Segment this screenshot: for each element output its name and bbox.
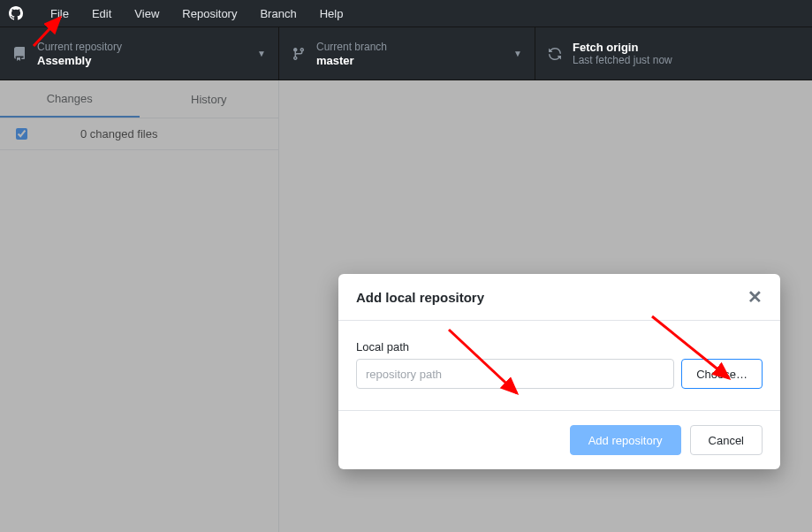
fetch-origin-button[interactable]: Fetch origin Last fetched just now — [535, 27, 812, 80]
toolbar: Current repository Assembly ▼ Current br… — [0, 27, 812, 80]
modal-body: Local path Choose… — [338, 321, 780, 411]
branch-value: master — [316, 54, 508, 67]
add-repository-button[interactable]: Add repository — [570, 425, 681, 455]
menu-help[interactable]: Help — [308, 0, 355, 27]
current-repository-dropdown[interactable]: Current repository Assembly ▼ — [0, 27, 279, 80]
menu-edit[interactable]: Edit — [80, 0, 123, 27]
branch-icon — [292, 47, 306, 61]
chevron-down-icon: ▼ — [257, 49, 266, 58]
menu-view[interactable]: View — [123, 0, 171, 27]
sync-icon — [548, 47, 562, 61]
current-branch-dropdown[interactable]: Current branch master ▼ — [279, 27, 535, 80]
modal-title: Add local repository — [356, 290, 484, 305]
modal-header: Add local repository ✕ — [338, 274, 780, 321]
fetch-sublabel: Last fetched just now — [573, 54, 800, 66]
choose-button[interactable]: Choose… — [681, 359, 763, 389]
branch-label: Current branch — [316, 41, 508, 53]
repo-value: Assembly — [37, 54, 252, 67]
repo-icon — [12, 47, 27, 61]
menu-file[interactable]: File — [39, 0, 80, 27]
menubar: File Edit View Repository Branch Help — [0, 0, 812, 27]
menu-repository[interactable]: Repository — [171, 0, 248, 27]
close-icon[interactable]: ✕ — [747, 288, 763, 306]
cancel-button[interactable]: Cancel — [690, 425, 763, 455]
github-logo-icon — [9, 6, 23, 20]
local-path-label: Local path — [356, 340, 763, 353]
menu-branch[interactable]: Branch — [248, 0, 307, 27]
local-path-input[interactable] — [356, 359, 674, 389]
add-local-repo-modal: Add local repository ✕ Local path Choose… — [338, 274, 780, 469]
chevron-down-icon: ▼ — [513, 49, 522, 58]
modal-footer: Add repository Cancel — [338, 411, 780, 469]
fetch-label: Fetch origin — [573, 41, 800, 54]
repo-label: Current repository — [37, 41, 252, 53]
